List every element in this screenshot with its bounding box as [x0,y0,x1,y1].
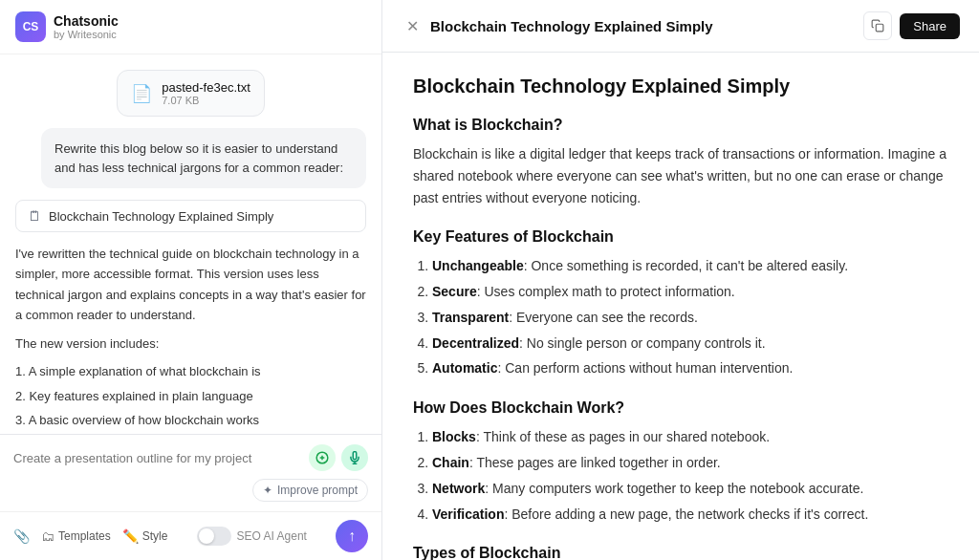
left-panel: CS Chatsonic by Writesonic 📄 pasted-fe3e… [0,0,382,560]
section-heading: What is Blockchain? [413,117,948,134]
doc-reference-label: Blockchain Technology Explained Simply [49,209,273,224]
list-item: Verification: Before adding a new page, … [432,504,948,527]
doc-sections: What is Blockchain?Blockchain is like a … [413,117,948,560]
style-label: Style [142,529,168,543]
send-button[interactable]: ↑ [336,520,368,552]
bottom-bar: 📎 🗂 Templates ✏️ Style SEO AI Agent ↑ [0,511,381,560]
user-message: Rewrite this blog below so it is easier … [41,128,366,188]
improve-prompt-button[interactable]: ✦ Improve prompt [252,479,368,502]
right-panel: ✕ Blockchain Technology Explained Simply… [382,0,979,560]
folder-icon: 🗂 [41,528,54,544]
file-name: pasted-fe3ec.txt [162,80,250,95]
assistant-response: I've rewritten the technical guide on bl… [15,244,366,434]
file-info: pasted-fe3ec.txt 7.07 KB [162,80,250,106]
send-icon: ↑ [348,528,356,545]
seo-toggle-group: SEO AI Agent [197,527,307,546]
seo-toggle-label: SEO AI Agent [237,529,307,543]
section-heading: Types of Blockchain [413,545,948,560]
close-button[interactable]: ✕ [402,15,423,36]
list-item: Blocks: Think of these as pages in our s… [432,426,948,449]
paperclip-icon: 📎 [13,528,30,544]
attachment-icon-btn[interactable] [309,444,336,471]
section-paragraph: Blockchain is like a digital ledger that… [413,143,948,209]
file-attachment: 📄 pasted-fe3ec.txt 7.07 KB [117,70,265,117]
section-heading: How Does Blockchain Work? [413,399,948,417]
document-icon: 🗒 [28,208,41,224]
assistant-list-item: 1. A simple explanation of what blockcha… [15,361,366,381]
share-button[interactable]: Share [900,13,960,39]
app-logo: CS [15,11,46,42]
input-area: ✦ Improve prompt [0,434,381,511]
app-title-group: Chatsonic by Writesonic [54,13,119,40]
list-item: Unchangeable: Once something is recorded… [432,255,948,278]
doc-reference-item[interactable]: 🗒 Blockchain Technology Explained Simply [15,200,366,232]
improve-prompt-label: Improve prompt [277,484,358,497]
style-button[interactable]: ✏️ Style [122,528,168,544]
mic-icon-btn[interactable] [341,444,368,471]
doc-main-title: Blockchain Technology Explained Simply [413,75,948,97]
doc-content: Blockchain Technology Explained Simply W… [382,53,979,560]
list-item: Decentralized: No single person or compa… [432,333,948,355]
assistant-list-item: 3. A basic overview of how blockchain wo… [15,410,366,430]
section-list: Unchangeable: Once something is recorded… [413,255,948,380]
list-item: Automatic: Can perform actions without h… [432,357,948,380]
doc-header: ✕ Blockchain Technology Explained Simply… [382,0,979,53]
list-item: Chain: These pages are linked together i… [432,452,948,475]
section-list: Blocks: Think of these as pages in our s… [413,426,948,526]
section-heading: Key Features of Blockchain [413,228,948,246]
list-item: Transparent: Everyone can see the record… [432,307,948,330]
list-item: Network: Many computers work together to… [432,478,948,501]
file-size: 7.07 KB [162,95,250,106]
file-icon: 📄 [131,83,152,104]
doc-header-actions: Share [863,11,960,40]
chat-area: 📄 pasted-fe3ec.txt 7.07 KB Rewrite this … [0,54,381,434]
doc-header-left: ✕ Blockchain Technology Explained Simply [402,15,713,36]
list-item: Secure: Uses complex math to protect inf… [432,281,948,304]
svg-rect-5 [877,24,884,32]
assistant-list: 1. A simple explanation of what blockcha… [15,361,366,434]
app-header: CS Chatsonic by Writesonic [0,0,381,54]
sparkle-icon: ✦ [263,484,272,497]
bottom-left-actions: 📎 🗂 Templates ✏️ Style [13,528,167,544]
input-icon-group [309,444,368,471]
app-title: Chatsonic [54,13,119,29]
seo-toggle-switch[interactable] [197,527,231,546]
attach-button[interactable]: 📎 [13,528,30,544]
chat-input[interactable] [13,451,301,465]
templates-label: Templates [58,529,111,543]
copy-button[interactable] [863,11,892,40]
assistant-list-item: 2. Key features explained in plain langu… [15,386,366,406]
doc-title: Blockchain Technology Explained Simply [430,18,713,34]
style-icon: ✏️ [122,528,139,544]
input-box [13,444,368,471]
toggle-thumb [199,528,214,544]
app-subtitle: by Writesonic [54,29,119,40]
templates-button[interactable]: 🗂 Templates [41,528,111,544]
